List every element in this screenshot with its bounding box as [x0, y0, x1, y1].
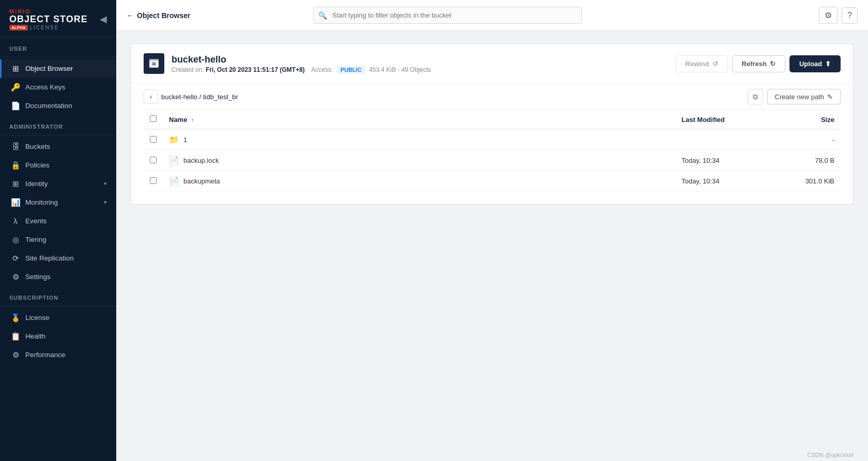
- admin-section: Administrator 🗄 Buckets 🔒 Policies ⊞ Ide…: [0, 115, 116, 286]
- create-path-label: Create new path: [775, 93, 824, 101]
- rewind-button[interactable]: Rewind ↺: [675, 55, 727, 72]
- sidebar-item-label-buckets: Buckets: [25, 143, 107, 150]
- sidebar-item-label-settings: Settings: [25, 273, 107, 281]
- col-header-size: Size: [779, 110, 841, 129]
- row-modified-cell: Today, 10:34: [675, 150, 779, 171]
- sidebar-item-performance[interactable]: ⚙ Performance: [0, 346, 116, 364]
- main-content: ← Object Browser 🔍 ⚙ ?: [116, 0, 868, 461]
- sidebar-item-license[interactable]: 🏅 License: [0, 309, 116, 327]
- sidebar-item-object-browser[interactable]: ⊞ Object Browser: [0, 59, 116, 78]
- monitoring-chevron-icon: ▾: [104, 199, 107, 206]
- upload-button[interactable]: Upload ⬆: [789, 55, 841, 72]
- rewind-label: Rewind: [685, 60, 709, 68]
- svg-rect-1: [149, 59, 159, 62]
- row-checkbox[interactable]: [150, 177, 157, 184]
- refresh-button[interactable]: Refresh ↻: [732, 55, 785, 72]
- folder-icon: 📁: [169, 135, 179, 145]
- sidebar-item-label-performance: Performance: [25, 351, 107, 359]
- bucket-separator: -: [398, 66, 401, 73]
- bucket-meta: Created on: Fri, Oct 20 2023 11:51:17 (G…: [172, 66, 668, 73]
- col-header-name[interactable]: Name ↑: [163, 110, 675, 129]
- select-all-checkbox[interactable]: [150, 115, 157, 122]
- settings-icon: ⚙: [11, 272, 20, 282]
- sidebar-item-identity[interactable]: ⊞ Identity ▾: [0, 175, 116, 193]
- settings-button[interactable]: ⚙: [819, 7, 838, 24]
- license-icon: 🏅: [11, 313, 20, 322]
- collapse-sidebar-button[interactable]: ◀: [100, 14, 107, 24]
- identity-icon: ⊞: [11, 179, 20, 189]
- logo-alpha-badge: ALPHA: [9, 25, 28, 30]
- content-area: bucket-hello Created on: Fri, Oct 20 202…: [116, 31, 868, 449]
- access-keys-icon: 🔑: [11, 83, 20, 92]
- access-badge: PUBLIC: [337, 66, 365, 74]
- sidebar-item-events[interactable]: λ Events: [0, 212, 116, 230]
- sidebar-item-site-replication[interactable]: ⟳ Site Replication: [0, 249, 116, 268]
- col-header-modified: Last Modified: [675, 110, 779, 129]
- file-table-body: 📁 1 - 📄 backup.lock Today, 10:34 78.0 B: [144, 129, 841, 192]
- refresh-label: Refresh: [742, 60, 767, 68]
- file-name-link[interactable]: 📄 backupmeta: [169, 176, 669, 186]
- site-replication-icon: ⟳: [11, 254, 20, 263]
- subscription-section-divider: [0, 306, 116, 306]
- sidebar-logo: MINIO OBJECT STORE ALPHA LICENSE ◀: [0, 0, 116, 37]
- breadcrumb-actions: ⧉ Create new path ✎: [748, 89, 841, 104]
- file-name-link[interactable]: 📁 1: [169, 135, 669, 145]
- sidebar-item-label-health: Health: [25, 332, 107, 340]
- sidebar-item-settings[interactable]: ⚙ Settings: [0, 268, 116, 286]
- copy-path-button[interactable]: ⧉: [748, 89, 763, 104]
- access-label: Access:: [312, 66, 333, 73]
- buckets-icon: 🗄: [11, 142, 20, 151]
- user-section-label: User: [0, 37, 116, 55]
- file-name: backupmeta: [183, 177, 220, 185]
- back-label: Object Browser: [137, 11, 190, 20]
- sidebar-item-label-tiering: Tiering: [25, 236, 107, 243]
- refresh-icon: ↻: [770, 60, 776, 68]
- file-icon: 📄: [169, 176, 179, 186]
- rewind-icon: ↺: [712, 60, 718, 68]
- table-row: 📁 1 -: [144, 129, 841, 150]
- logo-sub-row: ALPHA LICENSE: [9, 25, 88, 30]
- file-name-link[interactable]: 📄 backup.lock: [169, 156, 669, 165]
- row-checkbox[interactable]: [150, 136, 157, 143]
- col-header-checkbox: [144, 110, 163, 129]
- sort-arrow-icon: ↑: [191, 117, 194, 123]
- monitoring-icon: 📊: [11, 198, 20, 207]
- logo-text: MINIO OBJECT STORE ALPHA LICENSE: [9, 8, 88, 30]
- sidebar-item-health[interactable]: 📋 Health: [0, 327, 116, 346]
- created-label: Created on:: [172, 66, 204, 73]
- sidebar-item-policies[interactable]: 🔒 Policies: [0, 156, 116, 175]
- footer-text: CSDN @opkcloud: [808, 452, 854, 458]
- row-modified-cell: Today, 10:34: [675, 171, 779, 192]
- sidebar-item-buckets[interactable]: 🗄 Buckets: [0, 137, 116, 156]
- breadcrumb-path: bucket-hello / tidb_test_br: [161, 93, 745, 101]
- search-input[interactable]: [313, 7, 582, 24]
- create-new-path-button[interactable]: Create new path ✎: [767, 89, 841, 104]
- sidebar-item-documentation[interactable]: 📄 Documentation: [0, 97, 116, 115]
- admin-section-label: Administrator: [0, 115, 116, 133]
- row-modified-cell: [675, 129, 779, 150]
- breadcrumb-bar: ‹ bucket-hello / tidb_test_br ⧉ Create n…: [144, 84, 841, 110]
- created-value: Fri, Oct 20 2023 11:51:17 (GMT+8): [206, 66, 305, 73]
- table-header: Name ↑ Last Modified Size: [144, 110, 841, 129]
- documentation-icon: 📄: [11, 101, 20, 111]
- sidebar-item-monitoring[interactable]: 📊 Monitoring ▾: [0, 193, 116, 212]
- policies-icon: 🔒: [11, 161, 20, 170]
- footer: CSDN @opkcloud: [116, 449, 868, 461]
- sidebar-item-tiering[interactable]: ◎ Tiering: [0, 230, 116, 249]
- sidebar-item-label-site-replication: Site Replication: [25, 254, 107, 262]
- sidebar-item-label-events: Events: [25, 217, 107, 225]
- back-button[interactable]: ← Object Browser: [127, 11, 190, 20]
- bucket-card: bucket-hello Created on: Fri, Oct 20 202…: [131, 43, 854, 205]
- sidebar-item-access-keys[interactable]: 🔑 Access Keys: [0, 78, 116, 97]
- help-button[interactable]: ?: [842, 7, 858, 24]
- row-checkbox[interactable]: [150, 157, 157, 163]
- row-size-cell: -: [779, 129, 841, 150]
- sidebar-item-label-identity: Identity: [25, 180, 99, 188]
- performance-icon: ⚙: [11, 350, 20, 360]
- bucket-size: 453.4 KiB: [369, 66, 396, 73]
- breadcrumb-back-button[interactable]: ‹: [144, 89, 158, 104]
- row-name-cell: 📄 backup.lock: [163, 150, 675, 171]
- file-name: 1: [183, 136, 187, 144]
- row-checkbox-cell: [144, 129, 163, 150]
- row-size-cell: 78.0 B: [779, 150, 841, 171]
